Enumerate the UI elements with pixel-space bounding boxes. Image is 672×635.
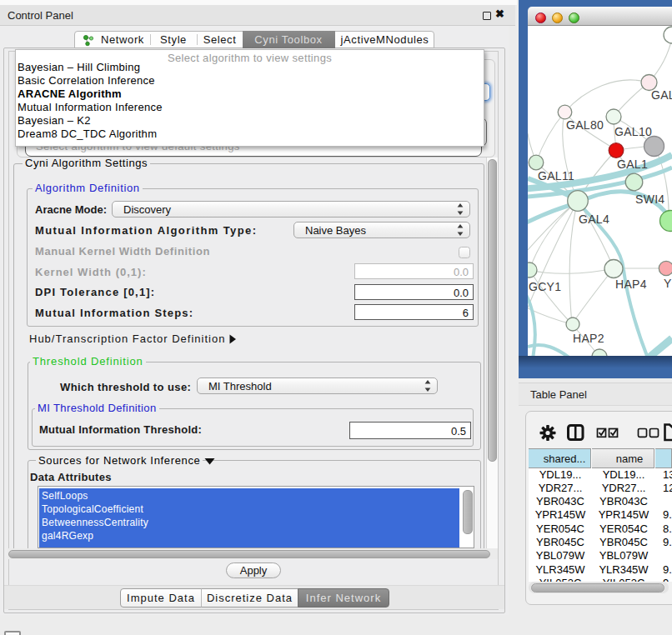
svg-text:YEL: YEL [664, 277, 672, 290]
svg-text:GAL7: GAL7 [651, 88, 672, 102]
svg-text:GCY1: GCY1 [529, 280, 561, 293]
svg-text:HAP4: HAP4 [615, 278, 647, 291]
svg-text:GAL1: GAL1 [617, 158, 648, 171]
svg-text:GAL10: GAL10 [614, 125, 652, 138]
svg-text:GAL4: GAL4 [579, 212, 609, 226]
svg-text:GAL11: GAL11 [538, 169, 574, 182]
svg-text:HAP2: HAP2 [573, 332, 604, 345]
svg-text:SWI4: SWI4 [635, 192, 664, 206]
svg-text:GAL80: GAL80 [566, 118, 604, 132]
